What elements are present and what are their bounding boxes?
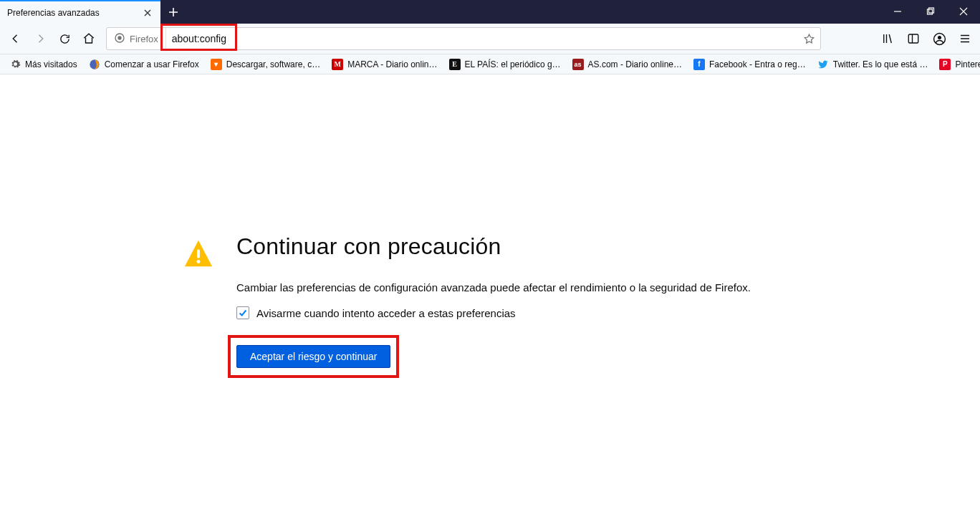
page-content: Continuar con precaución Cambiar las pre… bbox=[0, 233, 980, 378]
twitter-icon bbox=[817, 59, 829, 70]
download-site-icon: ▾ bbox=[211, 59, 222, 70]
address-bar[interactable]: Firefox about:config bbox=[106, 27, 821, 50]
bookmark-label: Descargar, software, c… bbox=[226, 59, 320, 69]
svg-rect-8 bbox=[197, 249, 200, 258]
svg-rect-1 bbox=[929, 8, 934, 13]
bookmark-label: Más visitados bbox=[25, 59, 77, 69]
svg-point-6 bbox=[937, 35, 941, 39]
warning-icon bbox=[182, 238, 215, 273]
back-button[interactable] bbox=[4, 27, 27, 50]
bookmark-label: Comenzar a usar Firefox bbox=[105, 59, 199, 69]
minimize-button[interactable] bbox=[881, 0, 914, 22]
bookmark-label: Twitter. Es lo que está … bbox=[833, 59, 928, 69]
close-tab-icon[interactable] bbox=[142, 7, 153, 19]
warning-checkbox[interactable] bbox=[236, 306, 249, 319]
identity-box[interactable]: Firefox bbox=[107, 28, 166, 49]
sidebar-button[interactable] bbox=[903, 28, 924, 49]
bookmark-download-software[interactable]: ▾ Descargar, software, c… bbox=[206, 56, 325, 73]
url-value: about:config bbox=[172, 33, 226, 44]
marca-icon: M bbox=[332, 59, 343, 70]
bookmarks-toolbar: Más visitados Comenzar a usar Firefox ▾ … bbox=[0, 54, 980, 74]
as-icon: as bbox=[572, 59, 584, 70]
bookmark-elpais[interactable]: E EL PAÍS: el periódico g… bbox=[444, 56, 566, 73]
window-controls bbox=[881, 0, 980, 24]
identity-label: Firefox bbox=[130, 34, 158, 44]
accept-risk-button[interactable]: Aceptar el riesgo y continuar bbox=[236, 345, 390, 368]
elpais-icon: E bbox=[449, 59, 461, 70]
close-window-button[interactable] bbox=[947, 0, 980, 22]
firefox-icon bbox=[89, 59, 100, 70]
bookmark-firefox-start[interactable]: Comenzar a usar Firefox bbox=[84, 56, 204, 73]
url-text[interactable]: about:config bbox=[166, 33, 797, 44]
gear-icon bbox=[9, 59, 21, 70]
account-button[interactable] bbox=[928, 28, 950, 49]
warning-description: Cambiar las preferencias de configuració… bbox=[236, 281, 751, 294]
accept-highlight-box: Aceptar el riesgo y continuar bbox=[228, 335, 399, 378]
bookmark-pinterest[interactable]: P Pinterest bbox=[934, 56, 980, 73]
bookmark-facebook[interactable]: f Facebook - Entra o reg… bbox=[688, 56, 811, 73]
reload-button[interactable] bbox=[53, 27, 76, 50]
tab-title: Preferencias avanzadas bbox=[7, 8, 142, 18]
bookmark-star-icon[interactable] bbox=[797, 27, 820, 50]
svg-rect-4 bbox=[908, 34, 918, 43]
bookmark-label: AS.com - Diario online… bbox=[588, 59, 682, 69]
titlebar: Preferencias avanzadas bbox=[0, 0, 980, 24]
facebook-icon: f bbox=[693, 59, 705, 70]
toolbar-right-buttons bbox=[877, 28, 976, 49]
svg-point-9 bbox=[197, 260, 201, 263]
bookmark-as[interactable]: as AS.com - Diario online… bbox=[567, 56, 687, 73]
new-tab-button[interactable] bbox=[160, 0, 186, 24]
bookmark-twitter[interactable]: Twitter. Es lo que está … bbox=[812, 56, 933, 73]
bookmark-label: MARCA - Diario onlin… bbox=[347, 59, 437, 69]
bookmark-label: Facebook - Entra o reg… bbox=[709, 59, 806, 69]
svg-point-3 bbox=[117, 36, 121, 39]
warning-checkbox-row: Avisarme cuando intento acceder a estas … bbox=[236, 306, 751, 319]
app-menu-button[interactable] bbox=[954, 28, 976, 49]
warning-title: Continuar con precaución bbox=[236, 233, 751, 260]
forward-button[interactable] bbox=[29, 27, 52, 50]
home-button[interactable] bbox=[77, 27, 100, 50]
warning-checkbox-label: Avisarme cuando intento acceder a estas … bbox=[256, 307, 516, 319]
warning-body: Continuar con precaución Cambiar las pre… bbox=[236, 233, 751, 378]
tabs-area: Preferencias avanzadas bbox=[0, 0, 186, 24]
bookmark-label: Pinterest bbox=[955, 59, 980, 69]
maximize-button[interactable] bbox=[914, 0, 947, 22]
svg-rect-0 bbox=[928, 9, 933, 14]
bookmark-marca[interactable]: M MARCA - Diario onlin… bbox=[327, 56, 442, 73]
pinterest-icon: P bbox=[939, 59, 951, 70]
bookmark-most-visited[interactable]: Más visitados bbox=[4, 56, 82, 73]
library-button[interactable] bbox=[877, 28, 898, 49]
navigation-toolbar: Firefox about:config bbox=[0, 24, 980, 54]
firefox-logo-icon bbox=[114, 32, 125, 46]
warning-panel: Continuar con precaución Cambiar las pre… bbox=[182, 233, 980, 378]
tab-active[interactable]: Preferencias avanzadas bbox=[0, 0, 160, 24]
bookmark-label: EL PAÍS: el periódico g… bbox=[465, 59, 561, 69]
